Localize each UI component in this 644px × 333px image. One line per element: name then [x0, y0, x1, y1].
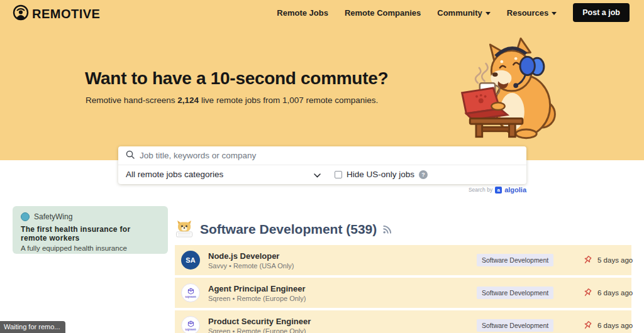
company-logo-sqreen: sqreen [181, 316, 200, 333]
hero-title: Want to have a 10-second commute? [85, 68, 388, 89]
job-row-agent-principal-engineer[interactable]: sqreen Agent Principal Engineer Sqreen •… [175, 278, 631, 308]
help-icon[interactable]: ? [419, 170, 428, 179]
dog-with-keyboard-icon [175, 218, 194, 241]
chevron-down-icon [552, 12, 557, 15]
live-jobs-count: 2,124 [177, 96, 199, 105]
job-category-tag[interactable]: Software Development [477, 254, 553, 266]
brand-name: REMOTIVE [32, 7, 100, 21]
job-company-location: Sqreen • Remote (Europe Only) [208, 295, 624, 302]
pushpin-icon[interactable] [582, 255, 592, 265]
search-icon [126, 150, 135, 161]
job-posted-date: 5 days ago [597, 256, 633, 264]
job-info: Product Security Engineer Sqreen • Remot… [208, 317, 624, 333]
job-title: Agent Principal Engineer [208, 284, 624, 293]
companies-count: 1,007 [282, 96, 304, 105]
search-input[interactable] [140, 151, 519, 160]
job-search-card: All remote jobs categories Hide US-only … [118, 146, 526, 184]
job-posted-date: 6 days ago [597, 289, 633, 297]
sponsor-card-safetywing[interactable]: SafetyWing The first health insurance fo… [13, 206, 168, 254]
nav-remote-companies[interactable]: Remote Companies [345, 8, 421, 18]
hide-us-checkbox[interactable] [335, 171, 342, 178]
pushpin-icon[interactable] [582, 320, 592, 330]
hide-us-only-toggle[interactable]: Hide US-only jobs ? [335, 170, 428, 179]
search-filter-row: All remote jobs categories Hide US-only … [118, 165, 526, 183]
sqreen-logo-label: sqreen [185, 295, 196, 298]
sponsor-headline: The first health insurance for remote wo… [21, 226, 153, 243]
category-selected-value: All remote jobs categories [126, 170, 223, 179]
company-logo-sqreen: sqreen [181, 283, 200, 302]
hide-us-label: Hide US-only jobs [347, 170, 414, 179]
job-company-location: Sqreen • Remote (Europe Only) [208, 327, 624, 333]
job-info: Agent Principal Engineer Sqreen • Remote… [208, 284, 624, 302]
page: REMOTIVE Remote Jobs Remote Companies Co… [0, 0, 644, 333]
category-dropdown[interactable]: All remote jobs categories [126, 169, 321, 180]
job-title: Product Security Engineer [208, 317, 624, 326]
nav-menu: Remote Jobs Remote Companies Community R… [277, 0, 630, 25]
remotive-logo[interactable]: REMOTIVE [13, 4, 100, 23]
top-navigation: REMOTIVE Remote Jobs Remote Companies Co… [0, 0, 644, 25]
chevron-down-icon [314, 169, 321, 180]
job-row-nodejs-developer[interactable]: SA Node.js Developer Savvy • Remote (USA… [175, 245, 631, 275]
nav-resources[interactable]: Resources [507, 8, 557, 18]
sponsor-header: SafetyWing [21, 212, 160, 221]
search-by-label: Search by [469, 187, 492, 193]
nav-community[interactable]: Community [437, 8, 491, 18]
jobs-section-header: Software Development (539) [175, 218, 391, 241]
sqreen-logo-label: sqreen [185, 327, 196, 331]
search-field-row [118, 146, 526, 165]
job-row-product-security-engineer[interactable]: sqreen Product Security Engineer Sqreen … [175, 310, 631, 333]
shiba-dog-illustration [454, 33, 564, 141]
company-logo-savvy: SA [181, 251, 200, 270]
job-category-tag[interactable]: Software Development [477, 287, 553, 299]
hero-subtitle: Remotive hand-screens 2,124 live remote … [86, 96, 378, 105]
nav-remote-jobs[interactable]: Remote Jobs [277, 8, 328, 18]
sponsor-name: SafetyWing [34, 212, 72, 221]
algolia-attribution: Search by a algolia [118, 186, 526, 194]
chevron-down-icon [486, 12, 491, 15]
post-a-job-button[interactable]: Post a job [573, 3, 630, 22]
job-info: Node.js Developer Savvy • Remote (USA On… [208, 251, 624, 270]
remotive-logo-icon [13, 4, 29, 23]
rss-icon[interactable] [383, 225, 391, 236]
job-title: Node.js Developer [208, 251, 624, 261]
algolia-icon: a [495, 187, 502, 194]
algolia-link[interactable]: algolia [504, 186, 526, 194]
safetywing-logo-icon [21, 212, 30, 221]
job-company-location: Savvy • Remote (USA Only) [208, 262, 624, 270]
browser-status-tooltip: Waiting for remo... [0, 321, 65, 333]
job-category-tag[interactable]: Software Development [477, 319, 553, 332]
job-posted-date: 6 days ago [597, 322, 633, 329]
jobs-section-title: Software Development (539) [200, 222, 377, 237]
pushpin-icon[interactable] [582, 288, 592, 298]
sponsor-description: A fully equipped health insurance [21, 244, 160, 252]
